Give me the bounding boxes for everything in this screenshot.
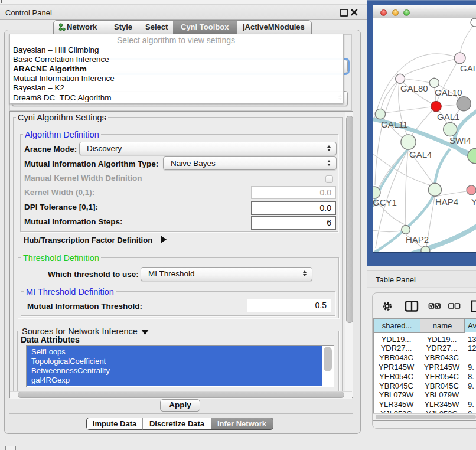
- svg-text:HAP4: HAP4: [435, 197, 458, 207]
- svg-text:GAL10: GAL10: [435, 87, 462, 97]
- svg-text:GAL11: GAL11: [381, 119, 408, 129]
- svg-text:HAP2: HAP2: [406, 234, 429, 244]
- svg-text:GAL7: GAL7: [460, 63, 476, 73]
- svg-text:GAL4: GAL4: [409, 149, 432, 159]
- svg-text:GAL80: GAL80: [400, 83, 428, 93]
- svg-text:GCY1: GCY1: [373, 197, 397, 207]
- svg-text:SWI4: SWI4: [449, 135, 471, 145]
- svg-text:YP: YP: [471, 197, 476, 207]
- svg-text:GAL1: GAL1: [437, 112, 459, 122]
